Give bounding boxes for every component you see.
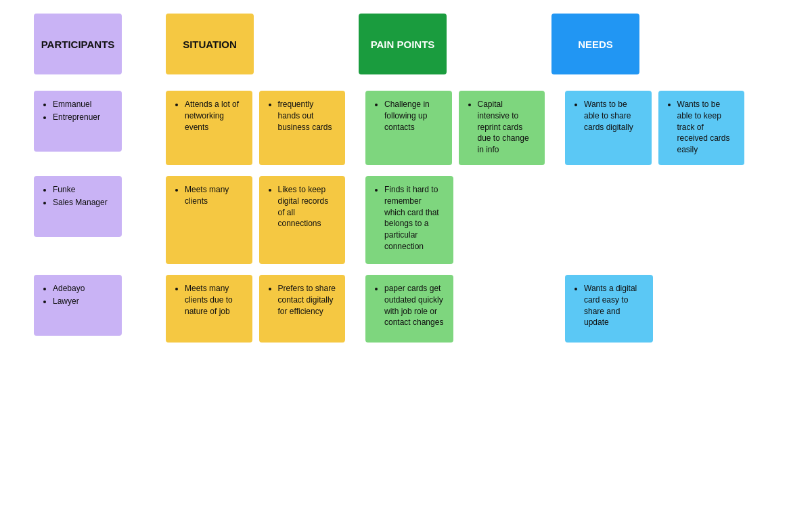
painpoint-card-1a: Challenge in following up contacts — [365, 91, 452, 165]
participant-1: Emmanuel Entreprenuer — [27, 91, 152, 165]
situation-item-1a: Attends a lot of networking events — [185, 99, 243, 133]
data-row-2: Funke Sales Manager Meets many clients L… — [27, 176, 785, 264]
need-item-1b: Wants to be able to keep track of receiv… — [677, 99, 736, 156]
painpoint-list-2a: Finds it hard to remember which card tha… — [375, 184, 444, 252]
need-list-1b: Wants to be able to keep track of receiv… — [668, 99, 736, 156]
need-item-3a: Wants a digital card easy to share and u… — [584, 283, 644, 328]
participant-card-3: Adebayo Lawyer — [34, 275, 122, 336]
header-participants-section: PARTICIPANTS — [27, 14, 159, 74]
participant-role-3: Lawyer — [53, 296, 112, 307]
participant-name-3: Adebayo — [53, 283, 112, 294]
situation-item-3a: Meets many clients due to nature of job — [185, 283, 243, 317]
situation-item-2a: Meets many clients — [185, 184, 243, 207]
needs-label: NEEDS — [578, 39, 613, 50]
situation-card-2a: Meets many clients — [166, 176, 252, 264]
participants-label: PARTICIPANTS — [41, 39, 115, 50]
situation-card-2b: Likes to keep digital records of all con… — [259, 176, 346, 264]
situation-card-1b: frequently hands out business cards — [259, 91, 346, 165]
needs-2 — [558, 176, 751, 264]
situation-list-2a: Meets many clients — [175, 184, 243, 207]
participant-list-3: Adebayo Lawyer — [43, 283, 112, 307]
painpoints-1: Challenge in following up contacts Capit… — [359, 91, 551, 165]
header-row: PARTICIPANTS SITUATION PAIN POINTS NEEDS — [27, 14, 785, 74]
need-item-1a: Wants to be able to share cards digitall… — [584, 99, 642, 133]
participant-role-1: Entreprenuer — [53, 112, 112, 123]
situation-list-3a: Meets many clients due to nature of job — [175, 283, 243, 317]
situation-list-1a: Attends a lot of networking events — [175, 99, 243, 133]
painpoint-item-3a: paper cards get outdated quickly with jo… — [384, 283, 444, 328]
painpoints-3: paper cards get outdated quickly with jo… — [359, 275, 551, 343]
participant-list-2: Funke Sales Manager — [43, 184, 112, 208]
header-needs: NEEDS — [551, 14, 639, 74]
situation-item-1b: frequently hands out business cards — [278, 99, 336, 133]
need-list-1a: Wants to be able to share cards digitall… — [574, 99, 642, 133]
needs-3: Wants a digital card easy to share and u… — [558, 275, 751, 343]
participant-name-1: Emmanuel — [53, 99, 112, 110]
participant-list-1: Emmanuel Entreprenuer — [43, 99, 112, 123]
needs-1: Wants to be able to share cards digitall… — [558, 91, 751, 165]
participant-role-2: Sales Manager — [53, 197, 112, 208]
painpoint-item-1a: Challenge in following up contacts — [384, 99, 443, 133]
painpoint-item-1b: Capital intensive to reprint cards due t… — [478, 99, 536, 156]
situation-item-2b: Likes to keep digital records of all con… — [278, 184, 336, 229]
need-list-3a: Wants a digital card easy to share and u… — [574, 283, 644, 328]
need-card-1b: Wants to be able to keep track of receiv… — [658, 91, 745, 165]
need-card-3a: Wants a digital card easy to share and u… — [565, 275, 653, 343]
situation-item-3b: Prefers to share contact digitally for e… — [278, 283, 336, 317]
painpoints-2: Finds it hard to remember which card tha… — [359, 176, 551, 264]
painpoint-list-3a: paper cards get outdated quickly with jo… — [375, 283, 444, 328]
participant-name-2: Funke — [53, 184, 112, 196]
painpoint-card-1b: Capital intensive to reprint cards due t… — [459, 91, 545, 165]
need-card-1a: Wants to be able to share cards digitall… — [565, 91, 652, 165]
data-row-1: Emmanuel Entreprenuer Attends a lot of n… — [27, 91, 785, 165]
painpoint-card-3a: paper cards get outdated quickly with jo… — [365, 275, 453, 343]
participant-card-1: Emmanuel Entreprenuer — [34, 91, 122, 152]
situation-3: Meets many clients due to nature of job … — [159, 275, 352, 343]
situation-card-1a: Attends a lot of networking events — [166, 91, 252, 165]
header-participants: PARTICIPANTS — [34, 14, 122, 74]
painpoint-item-2a: Finds it hard to remember which card tha… — [384, 184, 444, 252]
situation-2: Meets many clients Likes to keep digital… — [159, 176, 352, 264]
painpoint-list-1a: Challenge in following up contacts — [375, 99, 443, 133]
header-situation-section: SITUATION — [159, 14, 352, 74]
painpoints-label: PAIN POINTS — [371, 39, 435, 50]
participant-2: Funke Sales Manager — [27, 176, 152, 264]
painpoint-card-2a: Finds it hard to remember which card tha… — [365, 176, 453, 264]
header-painpoints-section: PAIN POINTS — [352, 14, 545, 74]
situation-card-3b: Prefers to share contact digitally for e… — [259, 275, 346, 343]
situation-card-3a: Meets many clients due to nature of job — [166, 275, 252, 343]
situation-list-1b: frequently hands out business cards — [269, 99, 336, 133]
header-needs-section: NEEDS — [545, 14, 738, 74]
situation-1: Attends a lot of networking events frequ… — [159, 91, 352, 165]
header-painpoints: PAIN POINTS — [359, 14, 447, 74]
header-situation: SITUATION — [166, 14, 254, 74]
situation-list-3b: Prefers to share contact digitally for e… — [269, 283, 336, 317]
participant-card-2: Funke Sales Manager — [34, 176, 122, 237]
data-row-3: Adebayo Lawyer Meets many clients due to… — [27, 275, 785, 343]
situation-label: SITUATION — [183, 39, 237, 50]
board: PARTICIPANTS SITUATION PAIN POINTS NEEDS… — [27, 14, 785, 343]
participant-3: Adebayo Lawyer — [27, 275, 152, 343]
situation-list-2b: Likes to keep digital records of all con… — [269, 184, 336, 229]
painpoint-list-1b: Capital intensive to reprint cards due t… — [468, 99, 536, 156]
